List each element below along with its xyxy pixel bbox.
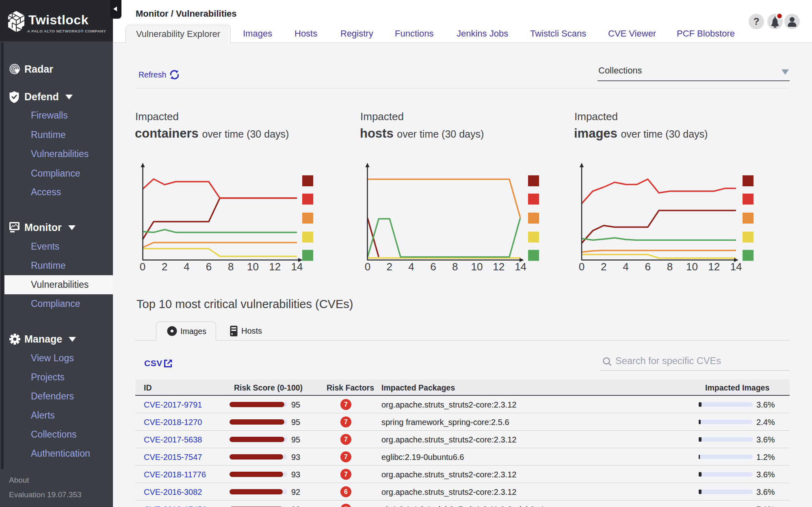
svg-text:12: 12 — [708, 261, 720, 273]
svg-text:0: 0 — [365, 261, 370, 273]
svg-text:6: 6 — [206, 261, 212, 273]
svg-text:10: 10 — [471, 261, 483, 273]
svg-text:14: 14 — [291, 261, 303, 273]
svg-text:10: 10 — [247, 261, 259, 273]
svg-text:8: 8 — [667, 261, 673, 273]
svg-text:12: 12 — [269, 261, 281, 273]
svg-text:12: 12 — [493, 261, 505, 273]
svg-text:2: 2 — [601, 261, 606, 273]
svg-text:4: 4 — [184, 261, 189, 273]
svg-text:14: 14 — [515, 261, 526, 273]
svg-text:2: 2 — [387, 261, 392, 273]
svg-text:6: 6 — [430, 261, 436, 273]
svg-text:2: 2 — [162, 261, 167, 273]
svg-text:4: 4 — [623, 261, 628, 273]
svg-text:8: 8 — [228, 261, 234, 273]
svg-text:14: 14 — [730, 261, 742, 273]
svg-text:0: 0 — [140, 261, 145, 273]
svg-text:0: 0 — [579, 261, 585, 273]
svg-text:10: 10 — [686, 261, 698, 273]
svg-text:4: 4 — [408, 261, 414, 273]
svg-text:6: 6 — [645, 261, 651, 273]
svg-text:8: 8 — [452, 261, 458, 273]
